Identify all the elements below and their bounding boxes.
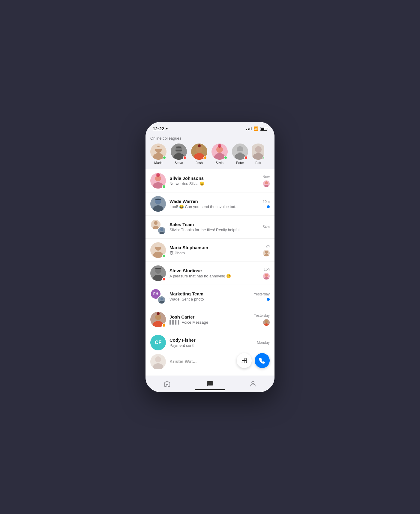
chat-time: Yesterday [254,292,270,296]
status-time: 12:22 ➤ [153,126,168,131]
chat-item-silvia[interactable]: Silvia Johnsons No worries Silvia 😊 Now [146,169,274,192]
svg-rect-15 [237,151,243,152]
svg-point-46 [264,323,269,326]
chat-item-steve[interactable]: Steve Studiose A pleasure that has no an… [146,262,274,285]
colleague-name: Steve [175,161,183,165]
svg-point-44 [157,312,160,315]
colleague-item[interactable]: Maria [150,144,166,165]
chat-preview: A pleasure that has no annoying 😊 [170,274,261,278]
sender-avatar [263,250,270,256]
chat-preview: Lool! 😂 Can you send the invoice tod... [170,204,260,209]
chat-item-wade[interactable]: Wade Warren Lool! 😂 Can you send the inv… [146,192,274,216]
chat-name: Cody Fisher [170,337,254,343]
chat-avatar-wrapper [150,219,166,235]
svg-point-39 [264,277,269,280]
chat-content: Wade Warren Lool! 😂 Can you send the inv… [170,199,260,209]
chat-preview: Wade: Sent a photo [170,297,251,301]
chat-item-cody[interactable]: CF Cody Fisher Payment sent! Monday [146,331,274,354]
sender-avatar [263,319,270,326]
svg-rect-25 [155,199,161,200]
colleague-status-dot [203,156,207,159]
chat-avatar-wrapper: EH [150,289,166,304]
battery-icon [260,127,267,131]
group-avatar-stack [150,219,166,235]
colleague-name: Josh [196,161,202,165]
chat-item-marketing-team[interactable]: EH Marketing Team Wade: Sent a photo Yes… [146,285,274,308]
chat-avatar-wrapper: CF [150,335,166,350]
phone-frame: 12:22 ➤ 📶 Online colleagues [146,122,274,392]
chat-content: Steve Studiose A pleasure that has no an… [170,268,261,278]
chat-name: Silvia Johnsons [170,176,260,181]
chat-avatar-wrapper [150,312,166,327]
chat-content: Cody Fisher Payment sent! [170,337,254,348]
chat-avatar [150,354,166,369]
photo-icon: 🖼 [170,251,173,255]
new-chat-button[interactable] [237,353,252,368]
chat-preview: ▌▌▌▌ Voice Message [170,320,251,325]
chat-item-josh[interactable]: Josh Carter ▌▌▌▌ Voice Message Yesterday [146,308,274,331]
sender-avatar [263,180,270,187]
svg-point-11 [214,153,225,160]
colleague-status-dot [244,156,248,159]
colleagues-label: Online colleagues [150,136,270,141]
call-button[interactable] [255,353,270,368]
voice-icon: ▌▌▌▌ [170,320,181,325]
chat-content: Sales Team Silvia: Thanks for the files!… [170,222,260,232]
svg-point-13 [237,146,243,153]
chat-status-dot [162,185,166,189]
chat-avatar: CF [150,335,166,350]
messages-icon [206,380,214,389]
chat-time: Now [262,175,270,179]
chat-name: Wade Warren [170,199,260,204]
nav-item-profile[interactable] [242,379,264,390]
chat-avatar-wrapper [150,196,166,212]
svg-point-36 [153,275,163,281]
colleague-item[interactable]: Silvia [212,144,228,165]
home-icon [164,380,171,389]
group-avatar-stack: EH [150,289,166,304]
profile-icon [249,380,256,389]
colleague-status-dot [163,156,166,159]
svg-point-26 [154,221,158,225]
colleague-item[interactable]: Peter [232,144,248,165]
svg-point-21 [265,181,268,184]
chat-meta: Monday [257,340,270,345]
nav-item-messages[interactable] [199,379,221,390]
colleague-avatar-wrapper [212,144,228,160]
chat-time: Yesterday [254,313,270,318]
chat-content: Marketing Team Wade: Sent a photo [170,291,251,301]
svg-rect-50 [242,360,247,361]
chat-meta: Now [262,175,270,187]
svg-point-19 [153,182,163,189]
chat-avatar-wrapper [150,242,166,258]
location-icon: ➤ [165,127,168,130]
svg-rect-2 [155,147,162,149]
nav-item-home[interactable] [156,379,178,390]
chat-meta: Yesterday [254,313,270,326]
colleague-name: Silvia [216,161,224,165]
colleague-avatar-wrapper [252,144,264,160]
svg-point-20 [156,173,160,177]
svg-point-28 [160,228,163,231]
colleague-item[interactable]: Patr [252,144,264,165]
colleague-item[interactable]: Steve [171,144,187,165]
svg-point-33 [265,251,268,254]
chat-item-maria[interactable]: Maria Stephanson 🖼 Photo 2h [146,239,274,262]
svg-point-47 [155,356,161,362]
chat-time: Monday [257,340,270,345]
group-avatar-secondary [158,226,166,235]
chat-status-dot [162,254,166,258]
chat-meta: 54m [263,225,270,229]
svg-rect-37 [155,268,161,269]
colleague-avatar-wrapper [150,144,166,160]
chat-meta: 10m [263,200,270,208]
chat-time: 15h [264,267,270,271]
chat-name: Sales Team [170,222,260,227]
wifi-icon: 📶 [254,126,258,131]
colleague-name: Maria [154,161,163,165]
chat-name: Marketing Team [170,291,251,296]
colleague-item[interactable]: Josh [191,144,207,165]
chat-time: 2h [266,244,270,248]
colleague-name: Patr [255,161,261,165]
chat-item-sales-team[interactable]: Sales Team Silvia: Thanks for the files!… [146,216,274,239]
